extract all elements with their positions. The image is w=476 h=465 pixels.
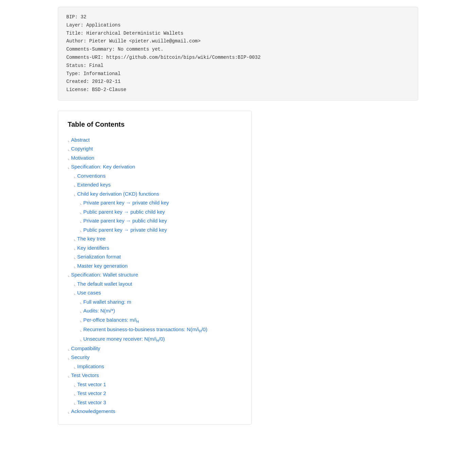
toc-item: ⌞ Motivation: [68, 154, 242, 163]
toc-item: ⌞ Test vector 2: [68, 389, 242, 398]
toc-item: ⌞ Abstract: [68, 136, 242, 145]
toc-item: ⌞ Public parent key → private child key: [68, 226, 242, 235]
toc-item: ⌞ Private parent key → public child key: [68, 216, 242, 226]
toc-arrow-icon: ⌞: [80, 299, 82, 306]
toc-link[interactable]: Full wallet sharing: m: [83, 298, 131, 306]
metadata-line: Layer: Applications: [66, 21, 410, 30]
toc-arrow-icon: ⌞: [74, 245, 76, 252]
toc-arrow-icon: ⌞: [74, 173, 76, 180]
toc-arrow-icon: ⌞: [80, 200, 82, 207]
toc-item: ⌞ Recurrent business-to-business transac…: [68, 325, 242, 335]
toc-item: ⌞ Full wallet sharing: m: [68, 298, 242, 307]
toc-arrow-icon: ⌞: [74, 236, 76, 243]
toc-arrow-icon: ⌞: [80, 218, 82, 225]
toc-link[interactable]: Test vector 3: [77, 399, 106, 407]
toc-arrow-icon: ⌞: [68, 272, 70, 279]
toc-item: ⌞ Unsecure money receiver: N(m/iH/0): [68, 335, 242, 344]
toc-arrow-icon: ⌞: [68, 408, 70, 415]
toc-link[interactable]: Motivation: [71, 154, 94, 162]
metadata-box: BIP: 32Layer: ApplicationsTitle: Hierarc…: [58, 7, 418, 101]
toc-arrow-icon: ⌞: [68, 372, 70, 379]
toc-link[interactable]: Use cases: [77, 289, 101, 297]
toc-item: ⌞ Master key generation: [68, 262, 242, 271]
toc-link[interactable]: The default wallet layout: [77, 280, 132, 288]
page-container: BIP: 32Layer: ApplicationsTitle: Hierarc…: [51, 0, 425, 431]
toc-link[interactable]: Per-office balances: m/iH: [83, 316, 139, 324]
toc-item: ⌞ Key identifiers: [68, 244, 242, 253]
toc-item: ⌞ Acknowledgements: [68, 407, 242, 416]
toc-item: ⌞ Security: [68, 353, 242, 362]
toc-item: ⌞ Per-office balances: m/iH: [68, 316, 242, 325]
toc-link[interactable]: Test vector 2: [77, 390, 106, 397]
toc-link[interactable]: Test vector 1: [77, 381, 106, 389]
toc-link[interactable]: Implications: [77, 363, 104, 371]
metadata-line: Comments-Summary: No comments yet.: [66, 46, 410, 54]
toc-link[interactable]: Compatibility: [71, 345, 100, 353]
toc-arrow-icon: ⌞: [80, 326, 82, 333]
toc-arrow-icon: ⌞: [74, 390, 76, 397]
toc-link[interactable]: Unsecure money receiver: N(m/iH/0): [83, 335, 165, 343]
toc-arrow-icon: ⌞: [80, 227, 82, 234]
toc-link[interactable]: Abstract: [71, 136, 90, 144]
toc-arrow-icon: ⌞: [68, 155, 70, 162]
toc-link[interactable]: Conventions: [77, 172, 105, 180]
toc-arrow-icon: ⌞: [68, 146, 70, 153]
toc-item: ⌞ The key tree: [68, 234, 242, 244]
toc-link[interactable]: Extended keys: [77, 181, 111, 189]
toc-link[interactable]: Private parent key → private child key: [83, 199, 169, 207]
toc-item: ⌞ Specification: Wallet structure: [68, 270, 242, 280]
metadata-line: Title: Hierarchical Deterministic Wallet…: [66, 30, 410, 38]
toc-link[interactable]: Specification: Wallet structure: [71, 271, 138, 279]
toc-arrow-icon: ⌞: [74, 399, 76, 406]
toc-arrow-icon: ⌞: [68, 137, 70, 144]
metadata-line: License: BSD-2-Clause: [66, 86, 410, 94]
toc-link[interactable]: Recurrent business-to-business transacti…: [83, 326, 207, 334]
metadata-line: BIP: 32: [66, 13, 410, 21]
toc-link[interactable]: Child key derivation (CKD) functions: [77, 190, 159, 198]
toc-link[interactable]: Security: [71, 354, 89, 361]
toc-list: ⌞ Abstract⌞ Copyright⌞ Motivation⌞ Speci…: [68, 136, 242, 416]
toc-link[interactable]: Key identifiers: [77, 244, 109, 252]
toc-item: ⌞ The default wallet layout: [68, 280, 242, 289]
toc-item: ⌞ Private parent key → private child key: [68, 198, 242, 208]
toc-item: ⌞ Extended keys: [68, 180, 242, 190]
toc-item: ⌞ Copyright: [68, 144, 242, 154]
toc-arrow-icon: ⌞: [74, 281, 76, 288]
toc-item: ⌞ Use cases: [68, 288, 242, 298]
toc-title: Table of Contents: [68, 119, 242, 129]
toc-arrow-icon: ⌞: [74, 191, 76, 198]
toc-item: ⌞ Public parent key → public child key: [68, 208, 242, 217]
toc-arrow-icon: ⌞: [68, 164, 70, 171]
toc-arrow-icon: ⌞: [74, 263, 76, 270]
toc-link[interactable]: Specification: Key derivation: [71, 163, 135, 171]
toc-link[interactable]: Master key generation: [77, 262, 128, 270]
toc-arrow-icon: ⌞: [74, 363, 76, 370]
toc-link[interactable]: Acknowledgements: [71, 408, 115, 415]
toc-link[interactable]: Public parent key → public child key: [83, 208, 165, 216]
metadata-line: Comments-URI: https://github.com/bitcoin…: [66, 54, 410, 62]
toc-item: ⌞ Test Vectors: [68, 371, 242, 380]
toc-arrow-icon: ⌞: [74, 182, 76, 189]
metadata-line: Author: Pieter Wuille <pieter.wuille@gma…: [66, 37, 410, 46]
toc-link[interactable]: Serialization format: [77, 253, 121, 261]
toc-link[interactable]: The key tree: [77, 235, 105, 243]
metadata-line: Type: Informational: [66, 70, 410, 78]
toc-arrow-icon: ⌞: [80, 336, 82, 343]
toc-link[interactable]: Audits: N(m/*): [83, 307, 115, 315]
toc-item: ⌞ Test vector 3: [68, 398, 242, 407]
toc-item: ⌞ Conventions: [68, 172, 242, 181]
toc-arrow-icon: ⌞: [80, 308, 82, 315]
toc-link[interactable]: Test Vectors: [71, 372, 99, 379]
toc-box: Table of Contents ⌞ Abstract⌞ Copyright⌞…: [58, 111, 252, 425]
toc-arrow-icon: ⌞: [74, 290, 76, 297]
toc-arrow-icon: ⌞: [74, 254, 76, 261]
toc-arrow-icon: ⌞: [80, 209, 82, 216]
toc-item: ⌞ Test vector 1: [68, 380, 242, 389]
toc-link[interactable]: Public parent key → private child key: [83, 226, 167, 234]
toc-arrow-icon: ⌞: [68, 354, 70, 361]
metadata-line: Created: 2012-02-11: [66, 78, 410, 86]
toc-arrow-icon: ⌞: [68, 345, 70, 352]
toc-item: ⌞ Audits: N(m/*): [68, 306, 242, 316]
toc-link[interactable]: Private parent key → public child key: [83, 217, 167, 225]
toc-link[interactable]: Copyright: [71, 145, 93, 153]
